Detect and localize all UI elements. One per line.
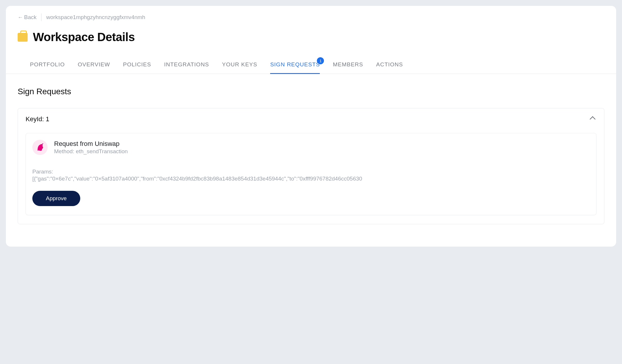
tab-integrations[interactable]: INTEGRATIONS — [164, 61, 209, 74]
request-card: Request from Uniswap Method: eth_sendTra… — [26, 133, 596, 215]
tab-members[interactable]: MEMBERS — [333, 61, 363, 74]
request-header: Request from Uniswap Method: eth_sendTra… — [32, 140, 590, 155]
panel-header[interactable]: KeyId: 1 — [26, 115, 596, 123]
uniswap-icon — [32, 140, 48, 155]
request-method: Method: eth_sendTransaction — [54, 148, 128, 155]
tab-sign-requests[interactable]: SIGN REQUESTS 1 — [270, 61, 320, 74]
briefcase-icon — [18, 33, 28, 42]
chevron-up-icon — [590, 116, 596, 122]
tab-label: SIGN REQUESTS — [270, 61, 320, 68]
key-panel: KeyId: 1 Request from Uniswap Method: et… — [18, 108, 604, 224]
tab-portfolio[interactable]: PORTFOLIO — [30, 61, 65, 74]
divider — [41, 14, 41, 21]
params-label: Params: — [32, 168, 590, 175]
workspace-card: ← Back workspace1mphgzyhncnzyggfxmv4nmh … — [6, 6, 616, 247]
arrow-left-icon: ← — [18, 15, 23, 20]
tab-actions[interactable]: ACTIONS — [376, 61, 403, 74]
approve-button[interactable]: Approve — [32, 191, 80, 206]
page-header: Workspace Details — [6, 21, 616, 44]
tab-your-keys[interactable]: YOUR KEYS — [222, 61, 257, 74]
page-title: Workspace Details — [33, 31, 135, 44]
topbar: ← Back workspace1mphgzyhncnzyggfxmv4nmh — [6, 6, 616, 21]
tabs: PORTFOLIO OVERVIEW POLICIES INTEGRATIONS… — [6, 44, 616, 74]
back-link[interactable]: ← Back — [18, 14, 36, 21]
badge-count: 1 — [317, 57, 324, 64]
section-title: Sign Requests — [6, 74, 616, 96]
panel-title: KeyId: 1 — [26, 115, 49, 123]
params-value: [{"gas":"0×6e7c","value":"0×5af3107a4000… — [32, 176, 590, 182]
tab-overview[interactable]: OVERVIEW — [78, 61, 110, 74]
request-title: Request from Uniswap — [54, 140, 128, 148]
breadcrumb: workspace1mphgzyhncnzyggfxmv4nmh — [46, 14, 145, 21]
tab-policies[interactable]: POLICIES — [123, 61, 151, 74]
back-label: Back — [24, 14, 36, 21]
